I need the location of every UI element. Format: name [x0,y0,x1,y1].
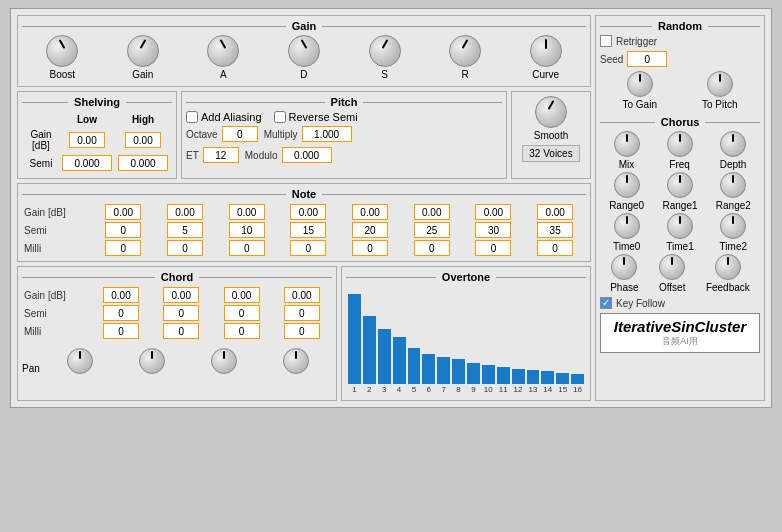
note-semi-0[interactable] [105,222,141,238]
note-semi-2[interactable] [229,222,265,238]
reverse-semi-label: Reverse Semi [274,111,358,123]
key-follow-checkbox[interactable] [600,297,612,309]
gain-knob-row: Boost Gain A D [22,35,586,80]
r-knob[interactable] [449,35,481,67]
multiply-input[interactable] [302,126,352,142]
time0-knob[interactable] [614,213,640,239]
bar-item: 6 [422,354,435,394]
retrigger-checkbox[interactable] [600,35,612,47]
smooth-knob[interactable] [535,96,567,128]
curve-label: Curve [532,69,559,80]
chord-pan-knob-2[interactable] [211,348,237,374]
note-gain-7[interactable] [537,204,573,220]
to-pitch-knob[interactable] [707,71,733,97]
chord-milli-3[interactable] [284,323,320,339]
bar [571,374,584,384]
note-semi-5[interactable] [414,222,450,238]
note-milli-4[interactable] [352,240,388,256]
note-milli-0[interactable] [105,240,141,256]
seed-row: Seed [600,51,760,67]
time0-label: Time0 [613,241,640,252]
offset-label: Offset [659,282,686,293]
note-gain-4[interactable] [352,204,388,220]
chord-milli-1[interactable] [163,323,199,339]
note-semi-4[interactable] [352,222,388,238]
chord-pan-knob-0[interactable] [67,348,93,374]
note-milli-3[interactable] [290,240,326,256]
note-gain-0[interactable] [105,204,141,220]
d-knob[interactable] [288,35,320,67]
note-gain-3[interactable] [290,204,326,220]
chord-gain-0[interactable] [103,287,139,303]
reverse-semi-checkbox[interactable] [274,111,286,123]
random-section: Random Retrigger Seed To Gain [600,20,760,110]
chord-gain-3[interactable] [284,287,320,303]
bar [408,348,421,384]
bar-label: 12 [514,385,523,394]
chord-pan-knobs [44,348,332,374]
s-knob[interactable] [369,35,401,67]
note-gain-1[interactable] [167,204,203,220]
note-milli-2[interactable] [229,240,265,256]
octave-input[interactable] [222,126,258,142]
shelving-gain-high[interactable] [125,132,161,148]
note-gain-6[interactable] [475,204,511,220]
depth-knob[interactable] [720,131,746,157]
note-semi-6[interactable] [475,222,511,238]
time1-knob[interactable] [667,213,693,239]
chord-semi-0[interactable] [103,305,139,321]
bar-label: 4 [397,385,401,394]
note-milli-7[interactable] [537,240,573,256]
freq-knob[interactable] [667,131,693,157]
chord-pan-knob-3[interactable] [283,348,309,374]
plugin-name-box: IterativeSinCluster 音频AI用 [600,313,760,353]
note-gain-5[interactable] [414,204,450,220]
seed-input[interactable] [627,51,667,67]
curve-knob[interactable] [530,35,562,67]
feedback-knob[interactable] [715,254,741,280]
gain-knob[interactable] [127,35,159,67]
bar-item: 5 [408,348,421,394]
note-semi-7[interactable] [537,222,573,238]
a-knob[interactable] [207,35,239,67]
chord-milli-0[interactable] [103,323,139,339]
chorus-row4: Phase Offset Feedback [600,254,760,293]
range0-knob[interactable] [614,172,640,198]
chord-semi-2[interactable] [224,305,260,321]
note-milli-1[interactable] [167,240,203,256]
shelving-semi-high[interactable] [118,155,168,171]
main-container: Gain Boost Gain A [10,8,772,408]
chord-pan-knob-1[interactable] [139,348,165,374]
shelving-semi-low[interactable] [62,155,112,171]
to-gain-knob[interactable] [627,71,653,97]
time2-knob[interactable] [720,213,746,239]
range2-knob[interactable] [720,172,746,198]
boost-knob[interactable] [46,35,78,67]
range1-knob[interactable] [667,172,693,198]
bar-item: 12 [512,369,525,394]
note-gain-2[interactable] [229,204,265,220]
random-to-pitch: To Pitch [702,71,738,110]
shelving-gain-low[interactable] [69,132,105,148]
phase-knob[interactable] [611,254,637,280]
chord-milli-2[interactable] [224,323,260,339]
note-milli-6[interactable] [475,240,511,256]
et-input[interactable] [203,147,239,163]
to-gain-label: To Gain [622,99,656,110]
note-milli-5[interactable] [414,240,450,256]
chord-milli-label: Milli [22,322,91,340]
note-semi-1[interactable] [167,222,203,238]
chord-semi-1[interactable] [163,305,199,321]
chord-semi-3[interactable] [284,305,320,321]
offset-knob[interactable] [659,254,685,280]
chord-gain-2[interactable] [224,287,260,303]
chord-section: Chord Gain [dB] Semi [17,266,337,401]
note-semi-label: Semi [22,221,92,239]
modulo-input[interactable] [282,147,332,163]
voices-button[interactable]: 32 Voices [522,145,579,162]
mix-knob[interactable] [614,131,640,157]
shelving-section: Shelving Low High Gain [dB] [17,91,177,179]
add-aliasing-checkbox[interactable] [186,111,198,123]
note-semi-3[interactable] [290,222,326,238]
chord-gain-1[interactable] [163,287,199,303]
